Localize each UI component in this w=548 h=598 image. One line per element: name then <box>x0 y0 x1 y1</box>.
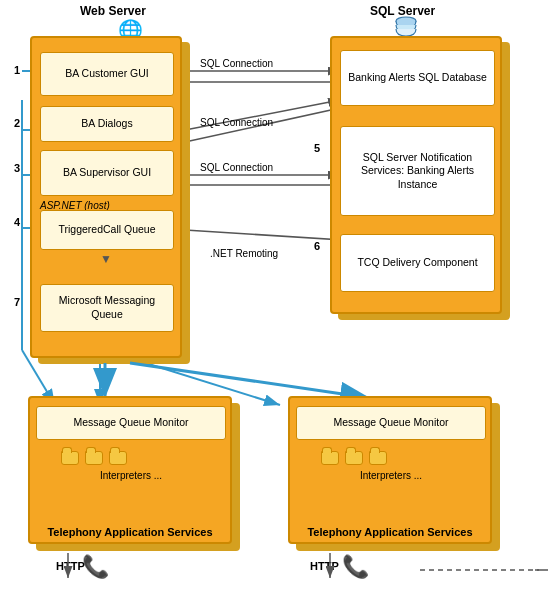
ba-dialogs-box: BA Dialogs <box>40 106 174 142</box>
tcq-delivery-label: TCQ Delivery Component <box>357 256 477 270</box>
web-server-container: 1 BA Customer GUI 2 BA Dialogs 3 BA Supe… <box>30 36 182 358</box>
num-5: 5 <box>314 142 320 154</box>
web-server-label: Web Server <box>80 4 146 18</box>
http-label-1: HTTP <box>56 560 85 572</box>
num-2: 2 <box>14 117 20 129</box>
banking-alerts-db-box: Banking Alerts SQL Database <box>340 50 495 106</box>
tcq-delivery-box: TCQ Delivery Component <box>340 234 495 292</box>
ba-supervisor-gui-box: BA Supervisor GUI <box>40 150 174 196</box>
num-6: 6 <box>314 240 320 252</box>
interpreters-icons-1 <box>60 450 128 466</box>
phone-icon-2: 📞 <box>342 554 369 580</box>
telephony-app-label-2: Telephony Application Services <box>290 526 490 538</box>
num-3: 3 <box>14 162 20 174</box>
microsoft-messaging-queue-label: Microsoft Messaging Queue <box>45 294 169 321</box>
message-queue-monitor-2-box: Message Queue Monitor <box>296 406 486 440</box>
interpreters-label-1: Interpreters ... <box>36 470 226 481</box>
sql-server-container: Banking Alerts SQL Database 5 SQL Server… <box>330 36 502 314</box>
net-remoting-label: .NET Remoting <box>210 248 278 259</box>
num-7: 7 <box>14 296 20 308</box>
sql-notification-box: SQL Server Notification Services: Bankin… <box>340 126 495 216</box>
ba-supervisor-gui-label: BA Supervisor GUI <box>63 166 151 180</box>
architecture-diagram: Web Server SQL Server 🌐 1 BA Customer GU… <box>0 0 548 598</box>
ba-customer-gui-label: BA Customer GUI <box>65 67 148 81</box>
sql-connection-label-1: SQL Connection <box>200 58 273 69</box>
phone-icon-1: 📞 <box>82 554 109 580</box>
ba-customer-gui-box: BA Customer GUI <box>40 52 174 96</box>
interpreters-label-2: Interpreters ... <box>296 470 486 481</box>
inner-down-arrow: ▼ <box>100 252 112 266</box>
message-queue-monitor-2-label: Message Queue Monitor <box>334 416 449 430</box>
sql-notification-label: SQL Server Notification Services: Bankin… <box>345 151 490 192</box>
telephony-1-container: Message Queue Monitor Interpreters ... T… <box>28 396 232 544</box>
interpreters-icons-2 <box>320 450 388 466</box>
http-label-2: HTTP <box>310 560 339 572</box>
telephony-2-container: Message Queue Monitor Interpreters ... T… <box>288 396 492 544</box>
triggered-call-queue-box: TriggeredCall Queue <box>40 210 174 250</box>
svg-line-28 <box>130 363 370 398</box>
message-queue-monitor-1-label: Message Queue Monitor <box>74 416 189 430</box>
microsoft-messaging-queue-box: Microsoft Messaging Queue <box>40 284 174 332</box>
num-1: 1 <box>14 64 20 76</box>
sql-connection-label-3: SQL Connection <box>200 162 273 173</box>
sql-connection-label-2: SQL Connection <box>200 117 273 128</box>
telephony-app-label-1: Telephony Application Services <box>30 526 230 538</box>
banking-alerts-db-label: Banking Alerts SQL Database <box>348 71 487 85</box>
message-queue-monitor-1-box: Message Queue Monitor <box>36 406 226 440</box>
triggered-call-queue-label: TriggeredCall Queue <box>58 223 155 237</box>
ba-dialogs-label: BA Dialogs <box>81 117 132 131</box>
num-4: 4 <box>14 216 20 228</box>
